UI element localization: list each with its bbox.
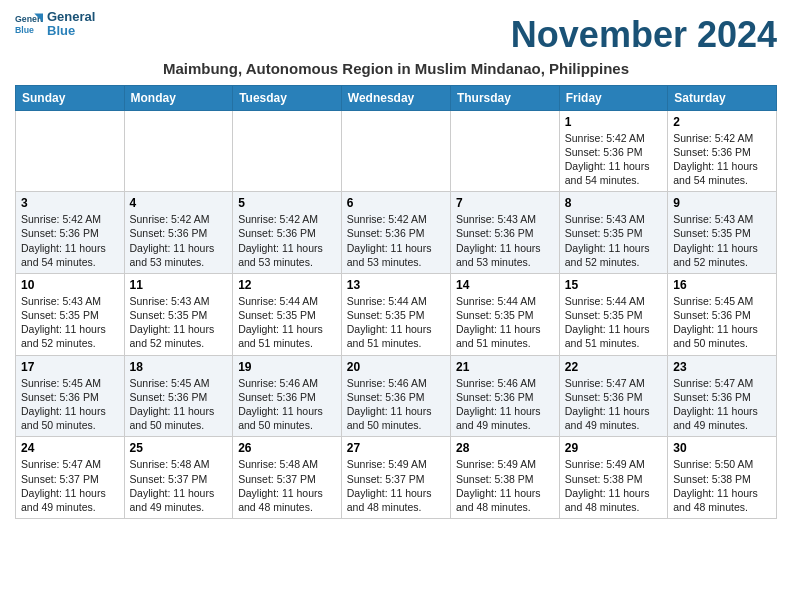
calendar-cell: 21Sunrise: 5:46 AM Sunset: 5:36 PM Dayli… (450, 355, 559, 437)
calendar-header-saturday: Saturday (668, 85, 777, 110)
day-info: Sunrise: 5:44 AM Sunset: 5:35 PM Dayligh… (565, 294, 662, 351)
calendar-cell: 5Sunrise: 5:42 AM Sunset: 5:36 PM Daylig… (233, 192, 342, 274)
day-number: 16 (673, 278, 771, 292)
day-number: 25 (130, 441, 228, 455)
day-info: Sunrise: 5:45 AM Sunset: 5:36 PM Dayligh… (21, 376, 119, 433)
day-info: Sunrise: 5:42 AM Sunset: 5:36 PM Dayligh… (238, 212, 336, 269)
day-number: 23 (673, 360, 771, 374)
day-number: 27 (347, 441, 445, 455)
calendar-header-monday: Monday (124, 85, 233, 110)
calendar-cell: 1Sunrise: 5:42 AM Sunset: 5:36 PM Daylig… (559, 110, 667, 192)
day-info: Sunrise: 5:47 AM Sunset: 5:36 PM Dayligh… (673, 376, 771, 433)
calendar-cell: 28Sunrise: 5:49 AM Sunset: 5:38 PM Dayli… (450, 437, 559, 519)
calendar-cell: 14Sunrise: 5:44 AM Sunset: 5:35 PM Dayli… (450, 273, 559, 355)
calendar-header-row: SundayMondayTuesdayWednesdayThursdayFrid… (16, 85, 777, 110)
day-number: 18 (130, 360, 228, 374)
calendar-header-friday: Friday (559, 85, 667, 110)
day-info: Sunrise: 5:48 AM Sunset: 5:37 PM Dayligh… (130, 457, 228, 514)
day-info: Sunrise: 5:43 AM Sunset: 5:35 PM Dayligh… (565, 212, 662, 269)
calendar-week-row: 24Sunrise: 5:47 AM Sunset: 5:37 PM Dayli… (16, 437, 777, 519)
calendar-week-row: 3Sunrise: 5:42 AM Sunset: 5:36 PM Daylig… (16, 192, 777, 274)
day-number: 5 (238, 196, 336, 210)
calendar-cell (450, 110, 559, 192)
day-number: 28 (456, 441, 554, 455)
day-number: 29 (565, 441, 662, 455)
day-number: 6 (347, 196, 445, 210)
calendar-cell: 9Sunrise: 5:43 AM Sunset: 5:35 PM Daylig… (668, 192, 777, 274)
day-info: Sunrise: 5:42 AM Sunset: 5:36 PM Dayligh… (565, 131, 662, 188)
day-number: 30 (673, 441, 771, 455)
logo-line1: General (47, 10, 95, 24)
calendar-cell: 27Sunrise: 5:49 AM Sunset: 5:37 PM Dayli… (341, 437, 450, 519)
calendar-header-wednesday: Wednesday (341, 85, 450, 110)
calendar-week-row: 10Sunrise: 5:43 AM Sunset: 5:35 PM Dayli… (16, 273, 777, 355)
day-number: 26 (238, 441, 336, 455)
calendar-cell: 23Sunrise: 5:47 AM Sunset: 5:36 PM Dayli… (668, 355, 777, 437)
day-info: Sunrise: 5:43 AM Sunset: 5:35 PM Dayligh… (673, 212, 771, 269)
calendar-cell: 29Sunrise: 5:49 AM Sunset: 5:38 PM Dayli… (559, 437, 667, 519)
day-number: 17 (21, 360, 119, 374)
calendar-cell: 2Sunrise: 5:42 AM Sunset: 5:36 PM Daylig… (668, 110, 777, 192)
day-number: 10 (21, 278, 119, 292)
day-info: Sunrise: 5:49 AM Sunset: 5:38 PM Dayligh… (456, 457, 554, 514)
location-title: Maimbung, Autonomous Region in Muslim Mi… (15, 60, 777, 77)
day-info: Sunrise: 5:42 AM Sunset: 5:36 PM Dayligh… (347, 212, 445, 269)
calendar-cell: 13Sunrise: 5:44 AM Sunset: 5:35 PM Dayli… (341, 273, 450, 355)
calendar-week-row: 1Sunrise: 5:42 AM Sunset: 5:36 PM Daylig… (16, 110, 777, 192)
day-number: 3 (21, 196, 119, 210)
day-number: 1 (565, 115, 662, 129)
day-number: 22 (565, 360, 662, 374)
day-info: Sunrise: 5:42 AM Sunset: 5:36 PM Dayligh… (130, 212, 228, 269)
day-info: Sunrise: 5:48 AM Sunset: 5:37 PM Dayligh… (238, 457, 336, 514)
calendar-cell (124, 110, 233, 192)
day-number: 7 (456, 196, 554, 210)
day-number: 15 (565, 278, 662, 292)
calendar-cell (341, 110, 450, 192)
calendar-table: SundayMondayTuesdayWednesdayThursdayFrid… (15, 85, 777, 519)
day-number: 24 (21, 441, 119, 455)
calendar-cell: 24Sunrise: 5:47 AM Sunset: 5:37 PM Dayli… (16, 437, 125, 519)
day-info: Sunrise: 5:44 AM Sunset: 5:35 PM Dayligh… (238, 294, 336, 351)
calendar-cell: 15Sunrise: 5:44 AM Sunset: 5:35 PM Dayli… (559, 273, 667, 355)
month-title: November 2024 (15, 14, 777, 56)
header: General Blue General Blue November 2024 (15, 10, 777, 56)
calendar-header-thursday: Thursday (450, 85, 559, 110)
day-number: 14 (456, 278, 554, 292)
logo-line2: Blue (47, 24, 95, 38)
calendar-cell: 3Sunrise: 5:42 AM Sunset: 5:36 PM Daylig… (16, 192, 125, 274)
day-number: 20 (347, 360, 445, 374)
day-info: Sunrise: 5:43 AM Sunset: 5:36 PM Dayligh… (456, 212, 554, 269)
calendar-cell: 7Sunrise: 5:43 AM Sunset: 5:36 PM Daylig… (450, 192, 559, 274)
calendar-cell: 4Sunrise: 5:42 AM Sunset: 5:36 PM Daylig… (124, 192, 233, 274)
general-blue-logo-icon: General Blue (15, 10, 43, 38)
calendar-cell (233, 110, 342, 192)
day-info: Sunrise: 5:46 AM Sunset: 5:36 PM Dayligh… (238, 376, 336, 433)
day-number: 11 (130, 278, 228, 292)
calendar-cell: 19Sunrise: 5:46 AM Sunset: 5:36 PM Dayli… (233, 355, 342, 437)
day-info: Sunrise: 5:43 AM Sunset: 5:35 PM Dayligh… (21, 294, 119, 351)
day-info: Sunrise: 5:42 AM Sunset: 5:36 PM Dayligh… (21, 212, 119, 269)
calendar-cell: 10Sunrise: 5:43 AM Sunset: 5:35 PM Dayli… (16, 273, 125, 355)
day-info: Sunrise: 5:45 AM Sunset: 5:36 PM Dayligh… (130, 376, 228, 433)
day-info: Sunrise: 5:46 AM Sunset: 5:36 PM Dayligh… (456, 376, 554, 433)
calendar-cell: 20Sunrise: 5:46 AM Sunset: 5:36 PM Dayli… (341, 355, 450, 437)
day-number: 2 (673, 115, 771, 129)
calendar-header-sunday: Sunday (16, 85, 125, 110)
calendar-cell: 16Sunrise: 5:45 AM Sunset: 5:36 PM Dayli… (668, 273, 777, 355)
day-info: Sunrise: 5:49 AM Sunset: 5:37 PM Dayligh… (347, 457, 445, 514)
calendar-cell: 8Sunrise: 5:43 AM Sunset: 5:35 PM Daylig… (559, 192, 667, 274)
calendar-cell: 6Sunrise: 5:42 AM Sunset: 5:36 PM Daylig… (341, 192, 450, 274)
day-info: Sunrise: 5:43 AM Sunset: 5:35 PM Dayligh… (130, 294, 228, 351)
day-number: 4 (130, 196, 228, 210)
day-info: Sunrise: 5:47 AM Sunset: 5:36 PM Dayligh… (565, 376, 662, 433)
day-info: Sunrise: 5:42 AM Sunset: 5:36 PM Dayligh… (673, 131, 771, 188)
calendar-week-row: 17Sunrise: 5:45 AM Sunset: 5:36 PM Dayli… (16, 355, 777, 437)
day-info: Sunrise: 5:50 AM Sunset: 5:38 PM Dayligh… (673, 457, 771, 514)
day-number: 21 (456, 360, 554, 374)
calendar-cell: 26Sunrise: 5:48 AM Sunset: 5:37 PM Dayli… (233, 437, 342, 519)
day-info: Sunrise: 5:45 AM Sunset: 5:36 PM Dayligh… (673, 294, 771, 351)
day-number: 8 (565, 196, 662, 210)
calendar-cell: 18Sunrise: 5:45 AM Sunset: 5:36 PM Dayli… (124, 355, 233, 437)
calendar-cell: 30Sunrise: 5:50 AM Sunset: 5:38 PM Dayli… (668, 437, 777, 519)
day-info: Sunrise: 5:44 AM Sunset: 5:35 PM Dayligh… (347, 294, 445, 351)
